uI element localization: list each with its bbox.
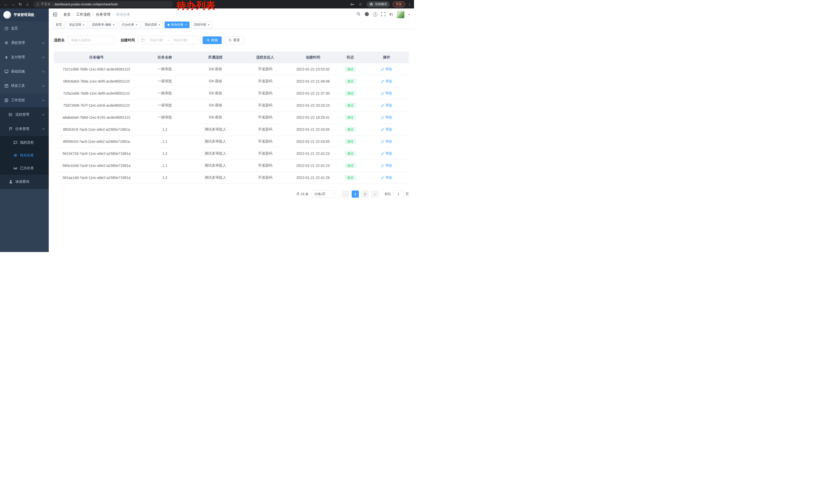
- page-button-2[interactable]: 2: [362, 190, 369, 198]
- approve-button[interactable]: 审批: [381, 151, 392, 156]
- page-size-select[interactable]: 10条/页: [312, 190, 335, 198]
- tab[interactable]: 已办任务 ×: [119, 21, 140, 28]
- page-size-value: 10条/页: [314, 192, 326, 196]
- search-button[interactable]: 搜索: [203, 36, 222, 44]
- collapse-sidebar-icon[interactable]: [53, 12, 58, 17]
- sidebar-item-todo-task[interactable]: 待办任务: [0, 149, 49, 162]
- search-icon[interactable]: [356, 12, 361, 17]
- sidebar-item-workflow[interactable]: 工作流程: [0, 93, 49, 107]
- start-date-input[interactable]: [146, 38, 167, 42]
- approve-button[interactable]: 审批: [381, 79, 392, 84]
- approve-button[interactable]: 审批: [381, 127, 392, 132]
- sidebar-item-devtools[interactable]: 研发工具: [0, 79, 49, 93]
- key-icon[interactable]: [350, 2, 354, 6]
- approve-button[interactable]: 审批: [381, 103, 392, 108]
- task-mgmt-submenu: 我的流程 待办任务 已办任务: [0, 136, 49, 175]
- sidebar-item-label: 已办任务: [20, 166, 34, 171]
- sidebar-item-home[interactable]: 首页: [0, 21, 49, 36]
- approve-button[interactable]: 审批: [381, 67, 392, 72]
- cell-actions: 审批: [365, 91, 409, 96]
- browser-menu-icon[interactable]: ⋮: [408, 2, 411, 6]
- tab-label: 流程表单-编辑: [92, 22, 111, 27]
- address-bar[interactable]: ⚠ 不安全 dashboard.yudao.iocoder.cn/bpm/tas…: [33, 1, 173, 8]
- tab-active-dot: [167, 24, 170, 26]
- table-body: 73211d9d-7b9b-11ec-b5b7-acde48001122 一级审…: [54, 63, 409, 184]
- process-name-input[interactable]: [68, 36, 114, 44]
- tab-label: 待办任务: [171, 22, 183, 27]
- breadcrumb-item-task-mgmt[interactable]: 任务管理: [96, 12, 110, 17]
- cell-initiator: 芋道源码: [240, 115, 290, 120]
- security-warning-icon: ⚠: [36, 3, 39, 6]
- help-icon[interactable]: ?: [373, 12, 377, 17]
- font-size-icon[interactable]: TT: [389, 12, 393, 16]
- tab[interactable]: 待办任务 ×: [165, 21, 190, 28]
- sidebar-item-label: 待办任务: [20, 153, 34, 158]
- tab[interactable]: 流程表单-编辑 ×: [89, 21, 118, 28]
- sidebar-item-payment[interactable]: ¥ 支付管理: [0, 50, 49, 64]
- chevron-down-icon: [42, 70, 45, 72]
- fullscreen-icon[interactable]: [381, 12, 385, 17]
- cell-created: 2022-01-21 22:43:55: [290, 127, 336, 132]
- app-logo[interactable]: 芋道管理系统: [0, 8, 49, 21]
- approve-button[interactable]: 审批: [381, 115, 392, 120]
- cell-initiator: 芋道源码: [240, 139, 290, 144]
- sidebar-item-label: 首页: [11, 26, 18, 31]
- reset-button[interactable]: 重置: [225, 36, 244, 44]
- flag-icon: [9, 127, 13, 131]
- bookmark-star-icon[interactable]: ☆: [357, 1, 364, 8]
- breadcrumb-item-workflow[interactable]: 工作流程: [76, 12, 90, 17]
- approve-button[interactable]: 审批: [381, 139, 392, 144]
- sidebar-item-my-process[interactable]: 我的流程: [0, 136, 49, 149]
- date-range-picker[interactable]: -: [138, 36, 199, 44]
- cell-task-name: 1.1: [139, 164, 191, 168]
- sidebar-item-done-task[interactable]: 已办任务: [0, 162, 49, 175]
- table-header: 任务编号 任务名称 所属流程 流程发起人 创建时间 状态 操作: [54, 51, 409, 63]
- sidebar-item-system[interactable]: 系统管理: [0, 36, 49, 50]
- approve-button[interactable]: 审批: [381, 163, 392, 168]
- edit-icon: [381, 128, 384, 131]
- cell-process: 测试多审批人: [191, 127, 240, 132]
- avatar-caret-icon[interactable]: ▾: [408, 13, 410, 16]
- reload-icon[interactable]: ↻: [17, 1, 24, 8]
- tab[interactable]: 发起流程 ×: [66, 21, 87, 28]
- glasses-icon: [13, 166, 17, 170]
- page-button-1[interactable]: 1: [352, 190, 359, 198]
- breadcrumb-separator: /: [113, 12, 114, 16]
- next-page-button[interactable]: ›: [371, 190, 378, 198]
- sidebar-item-task-mgmt[interactable]: 任务管理: [0, 122, 49, 136]
- cell-actions: 审批: [365, 67, 409, 72]
- tab[interactable]: 流程详情 ×: [191, 21, 212, 28]
- sidebar-item-leave-query[interactable]: 请假查询: [0, 175, 49, 189]
- approve-button[interactable]: 审批: [381, 175, 392, 180]
- tab-close-icon[interactable]: ×: [83, 23, 85, 27]
- sidebar-item-infra[interactable]: 基础设施: [0, 64, 49, 79]
- column-header-created: 创建时间: [290, 55, 336, 60]
- tab[interactable]: 我的流程 ×: [142, 21, 163, 28]
- cell-status: 激活: [336, 175, 365, 180]
- home-icon[interactable]: ⌂: [24, 1, 31, 8]
- tab-close-icon[interactable]: ×: [113, 23, 115, 27]
- approve-button[interactable]: 审批: [381, 91, 392, 96]
- tab[interactable]: 首页: [53, 21, 65, 28]
- end-date-input[interactable]: [170, 38, 191, 42]
- cell-task-name: 1.2: [139, 176, 191, 180]
- sidebar-item-label: 研发工具: [11, 84, 25, 88]
- table-row: a6aba0a4-7b6d-11ec-b781-acde48001122 一级审…: [54, 111, 409, 124]
- user-avatar[interactable]: [397, 11, 405, 18]
- back-icon[interactable]: ←: [3, 1, 9, 8]
- tab-close-icon[interactable]: ×: [185, 23, 187, 27]
- breadcrumb-item-home[interactable]: 首页: [64, 12, 71, 17]
- goto-page-input[interactable]: [393, 190, 404, 198]
- tab-close-icon[interactable]: ×: [136, 23, 137, 27]
- table-row: 58154733-7ac8-11ec-a9e2-a2380e71991a 1.2…: [54, 148, 409, 160]
- tab-close-icon[interactable]: ×: [208, 23, 210, 27]
- update-button[interactable]: 更新: [393, 2, 405, 7]
- app-title: 芋道管理系统: [13, 12, 34, 17]
- tab-close-icon[interactable]: ×: [159, 23, 160, 27]
- tab-label: 流程详情: [194, 22, 206, 27]
- sidebar-item-process-mgmt[interactable]: 流程管理: [0, 107, 49, 122]
- prev-page-button[interactable]: ‹: [342, 190, 349, 198]
- forward-icon[interactable]: →: [10, 1, 16, 8]
- page-url: dashboard.yudao.iocoder.cn/bpm/task/todo: [54, 3, 118, 6]
- github-icon[interactable]: [365, 12, 369, 17]
